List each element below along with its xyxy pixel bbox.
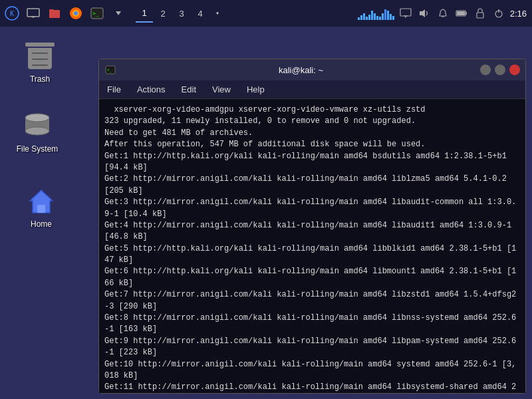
svg-rect-21 [477, 13, 483, 18]
svg-point-9 [74, 11, 78, 15]
desktop-4[interactable]: 4 [192, 4, 209, 23]
svg-text:K: K [10, 10, 14, 17]
terminal-line: Get:4 http://mirror.anigil.com/kali kali… [104, 220, 520, 243]
terminal-line: Get:5 http://http.kali.org/kali kali-rol… [104, 243, 520, 267]
terminal-body[interactable]: xserver-xorg-video-amdgpu xserver-xorg-v… [99, 99, 525, 393]
dropdown-arrow-icon[interactable] [109, 4, 128, 23]
monitor-icon[interactable] [24, 4, 43, 23]
svg-rect-2 [27, 9, 39, 17]
svg-point-27 [25, 114, 49, 122]
terminal-line: Get:8 http://mirror.anigil.com/kali kali… [104, 313, 520, 336]
terminal-line: xserver-xorg-video-amdgpu xserver-xorg-v… [104, 104, 520, 116]
terminal-menubar: File Actions Edit View Help [99, 80, 525, 99]
menu-edit[interactable]: Edit [179, 83, 199, 96]
clock: 2:16 [510, 9, 527, 19]
terminal-titlebar: >_ kali@kali: ~ [99, 59, 525, 80]
desktop-switcher: 1 2 3 4 ▾ [136, 4, 225, 23]
terminal-line: Get:3 http://mirror.anigil.com/kali kali… [104, 197, 520, 220]
terminal-line: Get:2 http://mirror.anigil.com/kali kali… [104, 174, 520, 197]
home-icon[interactable]: Home [15, 185, 68, 229]
volume-icon[interactable] [417, 6, 432, 21]
svg-rect-6 [49, 9, 54, 11]
svg-text:>_: >_ [92, 11, 99, 17]
terminal-line: Get:10 http://mirror.anigil.com/kali kal… [104, 359, 520, 382]
filesystem-icon[interactable]: File System [11, 110, 64, 154]
power-icon[interactable] [491, 6, 506, 21]
menu-file[interactable]: File [104, 83, 124, 96]
svg-rect-13 [400, 9, 411, 16]
menu-help[interactable]: Help [244, 83, 267, 96]
desktop-dropdown[interactable]: ▾ [210, 4, 225, 23]
svg-rect-19 [457, 11, 465, 15]
network-chart [358, 7, 394, 20]
svg-text:>_: >_ [107, 67, 112, 72]
taskbar: K >_ [0, 0, 532, 27]
svg-marker-16 [420, 9, 425, 17]
terminal-window: >_ kali@kali: ~ File Actions Edit View H… [98, 59, 526, 394]
terminal-icon[interactable]: >_ [88, 4, 106, 23]
terminal-line: Get:1 http://http.kali.org/kali kali-rol… [104, 151, 520, 174]
trash-lid [25, 43, 55, 47]
terminal-line: After this operation, 547 MB of addition… [104, 139, 520, 150]
svg-marker-12 [116, 11, 121, 15]
maximize-button[interactable] [495, 65, 505, 75]
svg-point-26 [25, 127, 49, 135]
trash-icon[interactable]: Trash [13, 40, 66, 84]
desktop-3[interactable]: 3 [173, 4, 190, 23]
taskbar-left: K >_ [0, 4, 297, 23]
firefox-icon[interactable] [66, 4, 85, 23]
terminal-window-buttons [480, 65, 520, 75]
menu-actions[interactable]: Actions [134, 83, 168, 96]
terminal-line: Get:9 http://mirror.anigil.com/kali kali… [104, 336, 520, 359]
terminal-line: Get:6 http://http.kali.org/kali kali-rol… [104, 266, 520, 289]
svg-rect-29 [37, 205, 45, 213]
lock-icon[interactable] [473, 6, 487, 21]
taskbar-right: 2:16 [358, 6, 532, 21]
filesystem-label: File System [17, 144, 59, 154]
desktop-2[interactable]: 2 [154, 4, 172, 23]
kali-icon[interactable]: K [3, 4, 21, 23]
trash-body [28, 48, 52, 69]
home-label: Home [31, 219, 52, 229]
display-icon[interactable] [398, 6, 413, 21]
terminal-line: Get:11 http://mirror.anigil.com/kali kal… [104, 382, 520, 393]
desktop-1[interactable]: 1 [136, 4, 153, 23]
minimize-button[interactable] [480, 65, 491, 75]
battery-icon[interactable] [454, 6, 469, 21]
notification-icon[interactable] [436, 6, 450, 21]
terminal-line: Get:7 http://mirror.anigil.com/kali kali… [104, 289, 520, 313]
active-app[interactable] [230, 4, 297, 23]
close-button[interactable] [509, 65, 520, 75]
terminal-title: kali@kali: ~ [122, 65, 480, 75]
menu-view[interactable]: View [209, 83, 233, 96]
terminal-line: Need to get 481 MB of archives. [104, 128, 520, 139]
terminal-title-icon: >_ [104, 64, 116, 76]
file-manager-icon[interactable] [45, 4, 64, 23]
svg-rect-20 [466, 12, 467, 15]
trash-label: Trash [30, 74, 50, 84]
terminal-line: 323 upgraded, 11 newly installed, 0 to r… [104, 116, 520, 127]
